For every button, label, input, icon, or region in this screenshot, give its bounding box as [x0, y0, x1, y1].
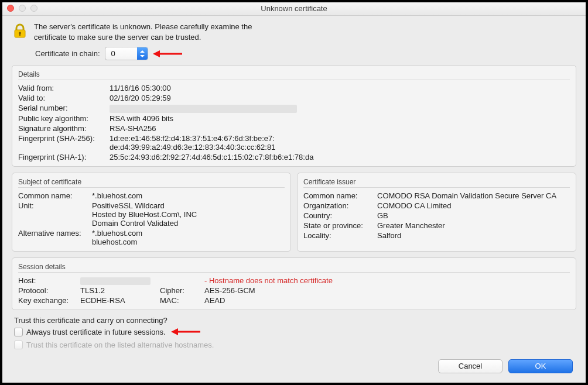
host-label: Host: [18, 276, 77, 285]
issuer-country-value: GB [377, 211, 570, 220]
checkbox-icon [14, 328, 23, 336]
serial-number-value [110, 104, 570, 113]
cipher-value: AES-256-GCM [204, 286, 570, 295]
trust-prompt: Trust this certificate and carry on conn… [14, 316, 576, 325]
details-heading: Details [18, 70, 570, 80]
mac-value: AEAD [204, 296, 570, 305]
protocol-label: Protocol: [18, 286, 77, 295]
fp256-value: 1d:ee:e1:46:58:f2:d4:18:37:51:e4:67:6d:3… [110, 134, 570, 152]
select-stepper-icon [137, 47, 148, 60]
annotation-arrow-icon [153, 49, 182, 59]
intro-line1: The server's certificate is unknown. Ple… [34, 22, 252, 32]
details-panel: Details Valid from: 11/16/16 05:30:00 Va… [12, 65, 576, 167]
svg-rect-2 [19, 33, 20, 36]
always-trust-checkbox[interactable]: Always trust certificate in future sessi… [14, 328, 166, 336]
subject-alt-label: Alternative names: [18, 229, 88, 238]
minimize-window-button[interactable] [19, 5, 26, 12]
annotation-arrow-icon [171, 327, 200, 336]
session-heading: Session details [18, 263, 570, 273]
issuer-org-value: COMODO CA Limited [377, 201, 570, 210]
issuer-heading: Certificate issuer [303, 178, 570, 188]
redacted-block [110, 105, 297, 113]
issuer-org-label: Organization: [303, 201, 374, 210]
ok-button[interactable]: OK [508, 359, 573, 373]
pk-algo-value: RSA with 4096 bits [110, 114, 570, 123]
checkbox-icon [14, 341, 23, 349]
window-controls [7, 5, 37, 12]
protocol-value: TLS1.2 [80, 286, 156, 295]
intro-row: The server's certificate is unknown. Ple… [12, 22, 576, 42]
issuer-cn-value: COMODO RSA Domain Validation Secure Serv… [377, 191, 570, 200]
fp1-value: 25:5c:24:93:d6:2f:92:27:4d:46:5d:c1:15:0… [110, 153, 570, 161]
subject-unit-value: PositiveSSL Wildcard Hosted by BlueHost.… [92, 201, 285, 228]
fp256-label: Fingerprint (SHA-256): [18, 134, 106, 143]
issuer-country-label: Country: [303, 211, 374, 220]
certificate-chain-select[interactable]: 0 [105, 47, 148, 60]
trust-alt-hosts-checkbox: Trust this certificate on the listed alt… [14, 341, 214, 349]
lock-icon [12, 22, 28, 41]
issuer-state-label: State or province: [303, 221, 374, 230]
cipher-label: Cipher: [160, 286, 201, 295]
host-value [80, 276, 156, 285]
mac-label: MAC: [160, 296, 201, 305]
redacted-block [80, 277, 151, 285]
host-error: - Hostname does not match certificate [204, 276, 570, 285]
subject-cn-value: *.bluehost.com [92, 191, 285, 200]
certificate-chain-value: 0 [105, 49, 137, 58]
pk-algo-label: Public key algorithm: [18, 114, 106, 123]
fp1-label: Fingerprint (SHA-1): [18, 153, 106, 161]
subject-heading: Subject of certificate [18, 178, 285, 188]
session-panel: Session details Host: - Hostname does no… [12, 257, 576, 310]
issuer-cn-label: Common name: [303, 191, 374, 200]
intro-line2: certificate to make sure the server can … [34, 32, 252, 43]
subject-panel: Subject of certificate Common name: *.bl… [12, 173, 291, 252]
trust-alt-hosts-label: Trust this certificate on the listed alt… [26, 341, 214, 349]
window-title: Unknown certificate [261, 4, 327, 13]
issuer-state-value: Greater Manchester [377, 221, 570, 230]
issuer-panel: Certificate issuer Common name: COMODO R… [297, 173, 576, 252]
valid-to-label: Valid to: [18, 94, 106, 102]
always-trust-label: Always trust certificate in future sessi… [26, 328, 166, 336]
sig-algo-label: Signature algorithm: [18, 124, 106, 133]
valid-to-value: 02/16/20 05:29:59 [110, 94, 570, 102]
kex-label: Key exchange: [18, 296, 77, 305]
chain-label: Certificate in chain: [35, 49, 100, 58]
issuer-locality-value: Salford [377, 231, 570, 240]
close-window-button[interactable] [7, 5, 14, 12]
serial-number-label: Serial number: [18, 104, 106, 112]
issuer-locality-label: Locality: [303, 231, 374, 240]
maximize-window-button[interactable] [30, 5, 37, 12]
sig-algo-value: RSA-SHA256 [110, 124, 570, 133]
subject-cn-label: Common name: [18, 191, 88, 200]
subject-unit-label: Unit: [18, 201, 88, 210]
valid-from-label: Valid from: [18, 84, 106, 92]
valid-from-value: 11/16/16 05:30:00 [110, 84, 570, 92]
subject-alt-value: *.bluehost.com bluehost.com [92, 229, 285, 246]
cancel-button[interactable]: Cancel [438, 359, 502, 373]
kex-value: ECDHE-RSA [80, 296, 156, 305]
window-titlebar: Unknown certificate [2, 2, 586, 16]
